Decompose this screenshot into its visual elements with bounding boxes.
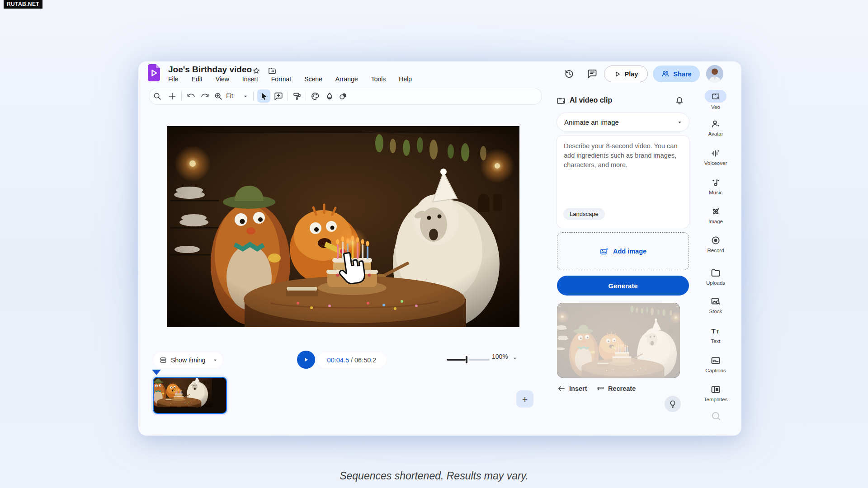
rail-label: Stock [709,309,722,314]
rail-label: Templates [704,397,727,402]
notifications-bell-icon[interactable] [674,95,685,107]
show-timing-button[interactable]: Show timing [154,352,222,368]
rail-label: Text [711,338,720,344]
insert-button[interactable]: Insert [557,384,587,393]
rail-item-music[interactable]: Music [698,177,733,195]
zoom-slider-handle[interactable] [466,356,467,363]
droplet-icon[interactable] [324,91,335,102]
uploads-folder-icon [710,267,721,278]
star-icon[interactable] [251,66,261,76]
comments-icon[interactable] [586,68,598,80]
captions-icon [710,355,721,366]
comment-add-icon[interactable] [273,91,284,102]
music-icon [710,177,721,188]
fit-zoom-select[interactable]: Fit [226,92,233,99]
rail-item-templates[interactable]: Templates [698,384,733,402]
rail-item-stock[interactable]: Stock [698,296,733,314]
prompt-input[interactable] [557,136,689,199]
menu-scene[interactable]: Scene [303,75,323,83]
toolbar-divider [253,92,254,101]
account-avatar[interactable] [706,65,723,82]
menu-bar: File Edit View Insert Format Scene Arran… [167,75,413,83]
templates-icon [710,384,721,395]
vids-logo-icon [148,64,160,81]
find-icon[interactable] [152,91,163,102]
rail-item-partial-icon [710,410,722,422]
add-scene-button[interactable]: ＋ [516,390,533,408]
toolbar-divider [306,92,306,101]
redo-icon[interactable] [200,91,211,102]
panel-title: AI video clip [570,96,612,104]
toolbar-divider [288,92,288,101]
recreate-button[interactable]: Recreate [596,384,636,393]
rail-item-image[interactable]: Image [698,206,733,224]
add-image-dropzone[interactable]: Add image [557,232,689,270]
add-icon[interactable] [167,91,178,102]
avatar-icon [710,118,721,129]
menu-edit[interactable]: Edit [191,75,203,83]
time-display: 00:04.5 / 06:50.2 [317,352,386,368]
menu-arrange[interactable]: Arrange [335,75,359,83]
rail-label: Captions [705,368,726,373]
zoom-slider-track-filled[interactable] [447,359,466,361]
share-button[interactable]: Share [653,66,700,82]
rail-item-avatar[interactable]: Avatar [698,118,733,136]
video-preview[interactable] [167,126,519,327]
rail-item-record[interactable]: Record [698,235,733,253]
generate-label: Generate [608,282,637,290]
rail-item-veo[interactable]: Veo [698,90,733,110]
zoom-caret-icon[interactable] [512,355,518,361]
version-history-icon[interactable] [563,68,575,80]
timing-layers-icon [159,356,167,364]
select-tool-button[interactable] [257,89,270,103]
current-time: 00:04.5 [327,357,349,364]
tips-lightbulb-button[interactable] [665,396,681,412]
paint-roller-icon[interactable] [292,91,302,102]
stock-media-icon [710,296,721,307]
timeline-clip-thumbnail[interactable] [153,377,227,414]
document-title[interactable]: Joe's Birthday video [168,65,252,75]
undo-icon[interactable] [185,91,196,102]
rail-item-text[interactable]: TT Text [698,326,733,344]
insert-label: Insert [569,385,587,392]
menu-tools[interactable]: Tools [370,75,387,83]
lightbulb-icon [668,399,677,408]
share-button-label: Share [673,70,691,78]
mode-select[interactable]: Animate an image [557,113,689,131]
toolbar-divider [181,92,182,101]
rail-item-voiceover[interactable]: Voiceover [698,148,733,166]
move-to-folder-icon[interactable] [267,66,278,76]
preview-play-button[interactable] [297,351,315,369]
disclaimer-caption: Sequences shortened. Results may vary. [0,470,868,482]
rail-item-captions[interactable]: Captions [698,355,733,373]
menu-format[interactable]: Format [270,75,292,83]
zoom-slider-track[interactable] [469,359,490,361]
watermark: RUTAB.NET [4,0,42,9]
play-button-label: Play [625,70,638,78]
hand-cursor-icon [335,251,365,285]
menu-help[interactable]: Help [398,75,413,83]
zoom-in-icon[interactable] [213,91,224,102]
menu-insert[interactable]: Insert [241,75,259,83]
menu-view[interactable]: View [215,75,230,83]
menu-file[interactable]: File [167,75,179,83]
svg-text:T: T [716,329,719,334]
time-separator: / [349,357,354,364]
aspect-ratio-chip[interactable]: Landscape [563,208,605,220]
play-button[interactable]: Play [604,66,648,82]
rail-label: Image [708,219,723,224]
palette-icon[interactable] [310,91,321,102]
fit-label: Fit [226,92,233,99]
playhead-marker[interactable] [152,370,161,375]
rail-label: Record [707,248,724,253]
overlap-circles-icon[interactable] [338,91,349,102]
fit-caret-icon[interactable] [242,93,249,99]
zoom-level[interactable]: 100% [492,353,508,360]
rail-label: Music [709,190,722,195]
generated-clip-thumbnail[interactable] [557,303,680,378]
text-icon: TT [710,326,721,337]
rail-label: Voiceover [704,160,727,166]
generate-button[interactable]: Generate [557,276,689,296]
record-icon [710,235,721,246]
rail-item-uploads[interactable]: Uploads [698,267,733,286]
